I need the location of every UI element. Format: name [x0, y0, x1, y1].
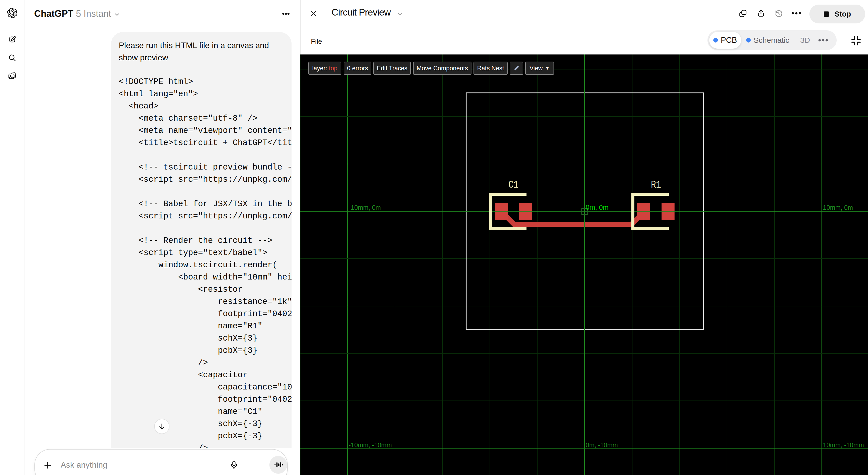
svg-text:0m, -10mm: 0m, -10mm: [586, 441, 618, 448]
svg-text:-10mm, -10mm: -10mm, -10mm: [349, 441, 392, 448]
svg-text:C1: C1: [508, 179, 519, 191]
svg-text:R1: R1: [651, 179, 661, 191]
svg-text:10mm, -10mm: 10mm, -10mm: [823, 441, 864, 448]
svg-text:10mm, 0m: 10mm, 0m: [823, 204, 853, 211]
svg-text:0m, 0m: 0m, 0m: [586, 204, 609, 211]
svg-text:-10mm, 0m: -10mm, 0m: [349, 204, 381, 211]
